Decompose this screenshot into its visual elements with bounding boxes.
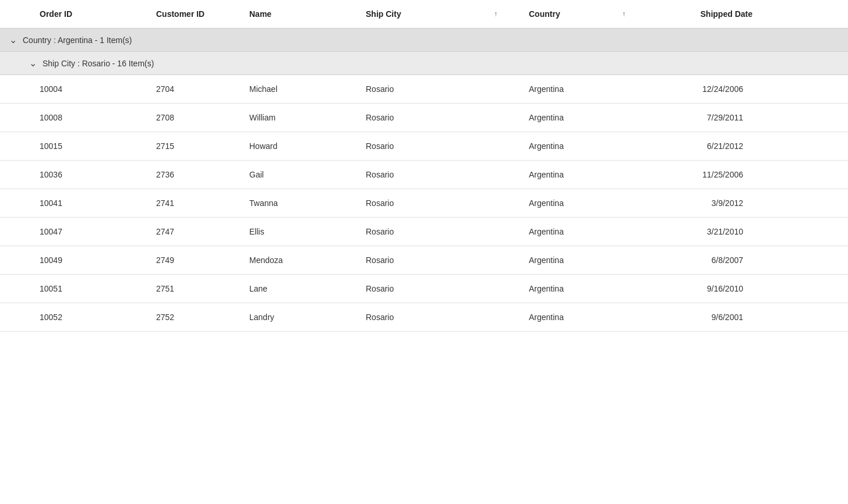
cell-order-id: 10051 xyxy=(35,275,151,303)
header-ship-city[interactable]: Ship City xyxy=(361,7,489,21)
cell-order-id: 10047 xyxy=(35,218,151,246)
cell-shipped-date: 12/24/2006 xyxy=(652,75,757,103)
cell-customer-id: 2708 xyxy=(151,104,245,132)
cell-country: Argentina xyxy=(524,189,617,217)
cell-shipped-date: 9/6/2001 xyxy=(652,303,757,331)
cell-name: Twanna xyxy=(245,189,361,217)
country-label: Country xyxy=(529,9,560,19)
table-row: 10015 2715 Howard Rosario Argentina 6/21… xyxy=(0,132,848,161)
chevron-down-icon-2: ⌄ xyxy=(29,58,37,69)
cell-ship-city: Rosario xyxy=(361,275,489,303)
cell-order-id: 10049 xyxy=(35,246,151,274)
header-customer-id[interactable]: Customer ID xyxy=(151,7,245,21)
cell-order-id: 10008 xyxy=(35,104,151,132)
table-row: 10051 2751 Lane Rosario Argentina 9/16/2… xyxy=(0,275,848,303)
cell-shipped-date: 3/9/2012 xyxy=(652,189,757,217)
cell-ship-city: Rosario xyxy=(361,189,489,217)
header-order-id[interactable]: Order ID xyxy=(35,7,151,21)
header-country[interactable]: Country xyxy=(524,7,617,21)
cell-country: Argentina xyxy=(524,275,617,303)
cell-country: Argentina xyxy=(524,75,617,103)
cell-shipped-date: 6/21/2012 xyxy=(652,132,757,160)
cell-country: Argentina xyxy=(524,246,617,274)
cell-shipped-date: 7/29/2011 xyxy=(652,104,757,132)
cell-country: Argentina xyxy=(524,132,617,160)
cell-customer-id: 2741 xyxy=(151,189,245,217)
group-ship-city-label: Ship City : Rosario - 16 Item(s) xyxy=(43,59,154,68)
table-row: 10008 2708 William Rosario Argentina 7/2… xyxy=(0,104,848,132)
cell-customer-id: 2749 xyxy=(151,246,245,274)
cell-ship-city: Rosario xyxy=(361,161,489,189)
group-row-ship-city[interactable]: ⌄ Ship City : Rosario - 16 Item(s) xyxy=(0,52,848,75)
group-country-label: Country : Argentina - 1 Item(s) xyxy=(23,36,132,45)
group-row-country[interactable]: ⌄ Country : Argentina - 1 Item(s) xyxy=(0,29,848,52)
cell-country: Argentina xyxy=(524,161,617,189)
cell-name: Mendoza xyxy=(245,246,361,274)
header-shipped-date[interactable]: Shipped Date xyxy=(652,7,757,21)
cell-shipped-date: 3/21/2010 xyxy=(652,218,757,246)
customer-id-label: Customer ID xyxy=(156,9,204,19)
cell-customer-id: 2751 xyxy=(151,275,245,303)
cell-customer-id: 2747 xyxy=(151,218,245,246)
cell-ship-city: Rosario xyxy=(361,246,489,274)
cell-ship-city: Rosario xyxy=(361,132,489,160)
cell-shipped-date: 9/16/2010 xyxy=(652,275,757,303)
cell-name: Gail xyxy=(245,161,361,189)
cell-country: Argentina xyxy=(524,303,617,331)
chevron-down-icon: ⌄ xyxy=(9,34,17,45)
table-row: 10004 2704 Michael Rosario Argentina 12/… xyxy=(0,75,848,104)
ship-city-label: Ship City xyxy=(366,9,401,19)
cell-ship-city: Rosario xyxy=(361,75,489,103)
table-row: 10049 2749 Mendoza Rosario Argentina 6/8… xyxy=(0,246,848,275)
cell-customer-id: 2736 xyxy=(151,161,245,189)
cell-name: Landry xyxy=(245,303,361,331)
country-sort-icon[interactable]: ↑ xyxy=(617,7,652,21)
table-row: 10036 2736 Gail Rosario Argentina 11/25/… xyxy=(0,161,848,189)
cell-name: Howard xyxy=(245,132,361,160)
cell-customer-id: 2715 xyxy=(151,132,245,160)
cell-country: Argentina xyxy=(524,104,617,132)
table-row: 10052 2752 Landry Rosario Argentina 9/6/… xyxy=(0,303,848,332)
data-grid: Order ID Customer ID Name Ship City ↑ Co… xyxy=(0,0,848,332)
cell-country: Argentina xyxy=(524,218,617,246)
cell-order-id: 10004 xyxy=(35,75,151,103)
cell-shipped-date: 11/25/2006 xyxy=(652,161,757,189)
table-row: 10041 2741 Twanna Rosario Argentina 3/9/… xyxy=(0,189,848,218)
cell-name: Lane xyxy=(245,275,361,303)
cell-order-id: 10041 xyxy=(35,189,151,217)
cell-customer-id: 2752 xyxy=(151,303,245,331)
cell-order-id: 10036 xyxy=(35,161,151,189)
header-name[interactable]: Name xyxy=(245,7,361,21)
order-id-label: Order ID xyxy=(40,9,72,19)
name-label: Name xyxy=(249,9,271,19)
cell-name: William xyxy=(245,104,361,132)
cell-order-id: 10015 xyxy=(35,132,151,160)
table-row: 10047 2747 Ellis Rosario Argentina 3/21/… xyxy=(0,218,848,246)
cell-name: Michael xyxy=(245,75,361,103)
shipped-date-label: Shipped Date xyxy=(701,9,752,19)
cell-order-id: 10052 xyxy=(35,303,151,331)
data-rows-container: 10004 2704 Michael Rosario Argentina 12/… xyxy=(0,75,848,332)
ship-city-sort-icon[interactable]: ↑ xyxy=(489,7,524,21)
cell-ship-city: Rosario xyxy=(361,303,489,331)
cell-shipped-date: 6/8/2007 xyxy=(652,246,757,274)
cell-customer-id: 2704 xyxy=(151,75,245,103)
cell-name: Ellis xyxy=(245,218,361,246)
cell-ship-city: Rosario xyxy=(361,218,489,246)
grid-header: Order ID Customer ID Name Ship City ↑ Co… xyxy=(0,0,848,29)
cell-ship-city: Rosario xyxy=(361,104,489,132)
